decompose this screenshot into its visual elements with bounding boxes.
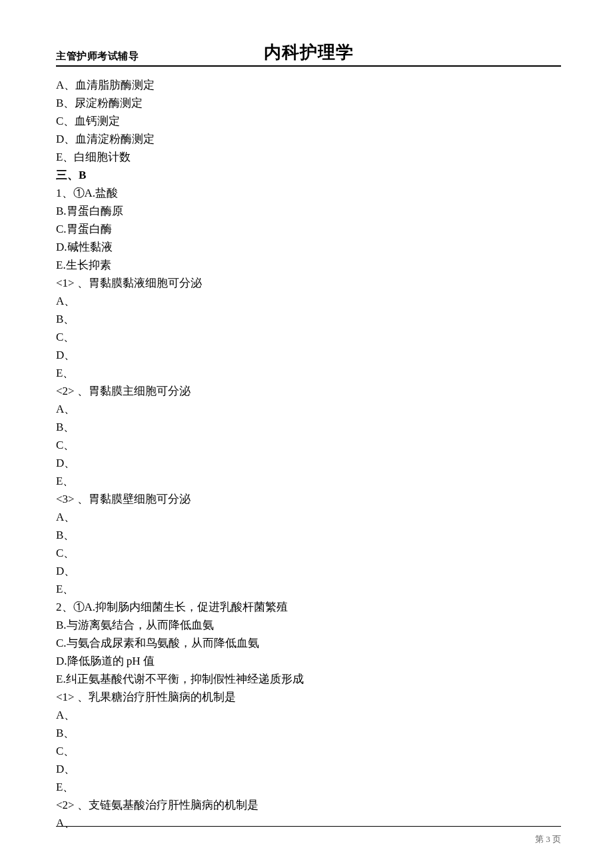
- answer-blank: B、: [56, 724, 561, 742]
- answer-blank: A、: [56, 814, 561, 832]
- page: 主管护师考试辅导 内科护理学 A、血清脂肪酶测定 B、尿淀粉酶测定 C、血钙测定…: [0, 0, 613, 868]
- page-header: 主管护师考试辅导 内科护理学: [56, 41, 561, 67]
- option-line: B.与游离氨结合，从而降低血氨: [56, 616, 561, 634]
- answer-blank: E、: [56, 778, 561, 796]
- option-line: E.生长抑素: [56, 256, 561, 274]
- page-content: A、血清脂肪酶测定 B、尿淀粉酶测定 C、血钙测定 D、血清淀粉酶测定 E、白细…: [56, 67, 561, 832]
- answer-blank: A、: [56, 292, 561, 310]
- sub-question: <3> 、胃黏膜壁细胞可分泌: [56, 490, 561, 508]
- answer-blank: D、: [56, 346, 561, 364]
- header-left: 主管护师考试辅导: [56, 50, 139, 63]
- answer-blank: E、: [56, 364, 561, 382]
- option-line: C、血钙测定: [56, 112, 561, 130]
- option-line: D.碱性黏液: [56, 238, 561, 256]
- answer-blank: A、: [56, 706, 561, 724]
- answer-blank: D、: [56, 454, 561, 472]
- answer-blank: B、: [56, 526, 561, 544]
- answer-blank: C、: [56, 742, 561, 760]
- option-line: D、血清淀粉酶测定: [56, 130, 561, 148]
- page-number: 第 3 页: [535, 833, 561, 845]
- answer-blank: A、: [56, 400, 561, 418]
- answer-blank: E、: [56, 472, 561, 490]
- answer-blank: C、: [56, 544, 561, 562]
- sub-question: <1> 、胃黏膜黏液细胞可分泌: [56, 274, 561, 292]
- answer-blank: D、: [56, 562, 561, 580]
- option-line: C.与氨合成尿素和鸟氨酸，从而降低血氨: [56, 634, 561, 652]
- option-line: C.胃蛋白酶: [56, 220, 561, 238]
- option-line: B、尿淀粉酶测定: [56, 94, 561, 112]
- option-line: A、血清脂肪酶测定: [56, 76, 561, 94]
- section-heading: 三、B: [56, 166, 561, 184]
- header-title: 内科护理学: [264, 41, 354, 64]
- option-line: E.纠正氨基酸代谢不平衡，抑制假性神经递质形成: [56, 670, 561, 688]
- sub-question: <2> 、胃黏膜主细胞可分泌: [56, 382, 561, 400]
- answer-blank: C、: [56, 328, 561, 346]
- footer-rule: [56, 826, 561, 827]
- option-line: D.降低肠道的 pH 值: [56, 652, 561, 670]
- option-line: B.胃蛋白酶原: [56, 202, 561, 220]
- answer-blank: C、: [56, 436, 561, 454]
- answer-blank: B、: [56, 310, 561, 328]
- option-line: E、白细胞计数: [56, 148, 561, 166]
- answer-blank: E、: [56, 580, 561, 598]
- answer-blank: A、: [56, 508, 561, 526]
- sub-question: <1> 、乳果糖治疗肝性脑病的机制是: [56, 688, 561, 706]
- question-lead: 2、①A.抑制肠内细菌生长，促进乳酸杆菌繁殖: [56, 598, 561, 616]
- sub-question: <2> 、支链氨基酸治疗肝性脑病的机制是: [56, 796, 561, 814]
- question-lead: 1、①A.盐酸: [56, 184, 561, 202]
- answer-blank: D、: [56, 760, 561, 778]
- answer-blank: B、: [56, 418, 561, 436]
